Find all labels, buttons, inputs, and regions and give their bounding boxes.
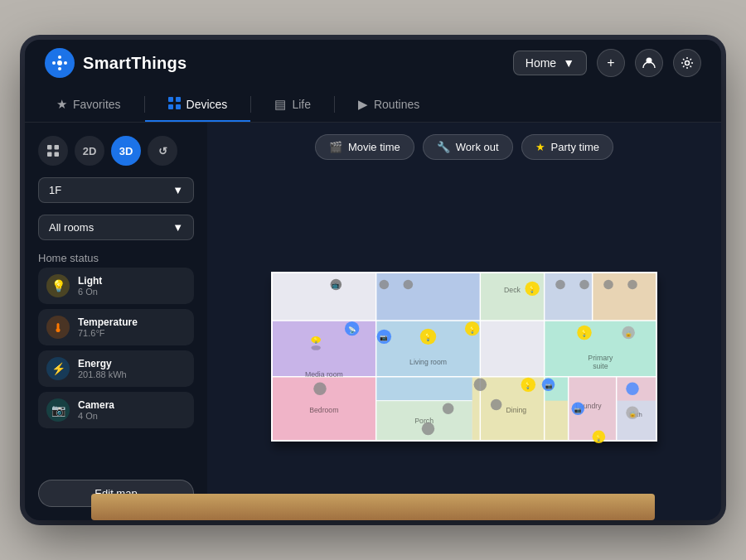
svg-point-80 <box>313 382 326 394</box>
light-status-info: Light 6 On <box>78 275 102 297</box>
temp-name: Temperature <box>78 316 138 328</box>
svg-rect-25 <box>480 273 544 321</box>
svg-point-2 <box>58 56 61 59</box>
svg-point-64 <box>603 279 613 289</box>
tab-devices[interactable]: Devices <box>145 86 251 122</box>
map-area: 🎬 Movie time 🔧 Work out ★ Party time <box>207 123 721 520</box>
svg-rect-30 <box>617 400 656 440</box>
scene-buttons: 🎬 Movie time 🔧 Work out ★ Party time <box>207 123 721 168</box>
svg-text:💡: 💡 <box>528 285 536 293</box>
room-value: All rooms <box>49 221 94 234</box>
energy-status-info: Energy 201.88 kWh <box>78 358 127 379</box>
history-view-button[interactable]: ↺ <box>148 136 177 166</box>
svg-point-3 <box>64 61 67 65</box>
profile-button[interactable] <box>635 49 663 77</box>
svg-text:📷: 📷 <box>380 333 388 341</box>
svg-point-62 <box>555 279 565 289</box>
home-status-label: Home status <box>38 252 194 264</box>
svg-rect-26 <box>545 273 593 321</box>
svg-text:🔒: 🔒 <box>625 330 632 337</box>
scene-workout-button[interactable]: 🔧 Work out <box>423 134 513 160</box>
home-status-section: Home status 💡 Light 6 On <box>38 252 194 428</box>
3d-view-button[interactable]: 3D <box>111 136 141 166</box>
svg-rect-11 <box>176 104 181 109</box>
sidebar: 2D 3D ↺ 1F ▼ All rooms ▼ Home <box>25 123 207 520</box>
add-button[interactable]: + <box>597 49 625 77</box>
light-status-icon: 💡 <box>46 274 70 297</box>
svg-point-61 <box>404 279 414 289</box>
room-selector[interactable]: All rooms ▼ <box>38 215 194 240</box>
favorites-icon: ★ <box>56 97 67 112</box>
svg-text:suite: suite <box>593 362 608 370</box>
status-item-energy[interactable]: ⚡ Energy 201.88 kWh <box>38 350 194 387</box>
svg-text:📷: 📷 <box>545 382 553 389</box>
svg-point-1 <box>57 60 62 65</box>
settings-button[interactable] <box>673 49 701 77</box>
svg-text:💡: 💡 <box>595 434 603 442</box>
energy-name: Energy <box>78 358 127 369</box>
svg-text:🔒: 🔒 <box>629 410 637 418</box>
home-chevron-icon: ▼ <box>563 56 574 70</box>
tab-favorites-label: Favorites <box>73 98 121 111</box>
logo-area: SmartThings <box>45 48 513 78</box>
status-item-light[interactable]: 💡 Light 6 On <box>38 268 194 304</box>
svg-text:Living room: Living room <box>409 358 447 366</box>
tab-favorites[interactable]: ★ Favorites <box>33 86 144 122</box>
svg-point-5 <box>52 61 56 65</box>
svg-point-81 <box>443 403 454 414</box>
svg-text:Primary: Primary <box>588 354 613 362</box>
tab-devices-label: Devices <box>186 98 228 111</box>
light-value: 6 On <box>78 287 102 297</box>
svg-point-65 <box>627 279 637 289</box>
svg-rect-24 <box>376 273 481 321</box>
home-label: Home <box>526 56 556 70</box>
smartthings-logo-icon <box>45 48 75 78</box>
status-item-temperature[interactable]: Temperature 71.6°F <box>38 309 194 345</box>
tab-life[interactable]: ▤ Life <box>251 86 334 122</box>
top-bar: SmartThings Home ▼ + <box>25 40 721 86</box>
grid-view-button[interactable] <box>38 136 68 166</box>
svg-text:Media room: Media room <box>305 369 343 378</box>
svg-point-7 <box>685 61 690 65</box>
scene-party-button[interactable]: ★ Party time <box>521 134 614 160</box>
workout-icon: 🔧 <box>437 141 450 153</box>
svg-text:Bedroom: Bedroom <box>309 406 338 414</box>
nav-tabs: ★ Favorites Devices ▤ Life ▶ Routines <box>25 86 721 123</box>
2d-view-button[interactable]: 2D <box>75 136 104 166</box>
svg-text:💡: 💡 <box>312 336 320 344</box>
room-chevron-icon: ▼ <box>172 221 183 234</box>
svg-text:💡: 💡 <box>468 325 477 333</box>
camera-status-info: Camera 4 On <box>78 399 114 421</box>
floor-plan-container: Media room Living room Bedroom Porch Din… <box>207 168 721 520</box>
party-label: Party time <box>551 141 600 153</box>
movie-label: Movie time <box>348 141 400 153</box>
tv-frame: SmartThings Home ▼ + <box>25 40 721 520</box>
energy-status-icon: ⚡ <box>46 357 70 380</box>
top-controls: Home ▼ + <box>513 49 701 77</box>
svg-point-51 <box>311 345 321 350</box>
svg-text:Deck: Deck <box>504 286 521 294</box>
svg-rect-14 <box>47 152 52 157</box>
light-name: Light <box>78 275 102 287</box>
workout-label: Work out <box>456 141 499 153</box>
svg-point-4 <box>58 67 61 70</box>
status-item-camera[interactable]: 📷 Camera 4 On <box>38 392 194 428</box>
view-controls: 2D 3D ↺ <box>38 136 194 166</box>
status-items-list: 💡 Light 6 On <box>38 268 194 428</box>
tab-routines-label: Routines <box>374 98 419 111</box>
temp-value: 71.6°F <box>78 328 138 338</box>
svg-text:📡: 📡 <box>348 325 356 333</box>
tab-routines[interactable]: ▶ Routines <box>335 86 443 122</box>
svg-rect-15 <box>55 152 60 157</box>
floor-plan-svg: Media room Living room Bedroom Porch Din… <box>224 196 705 494</box>
svg-point-78 <box>474 378 487 390</box>
home-selector[interactable]: Home ▼ <box>513 51 587 75</box>
scene-movie-button[interactable]: 🎬 Movie time <box>315 134 414 160</box>
svg-point-60 <box>380 279 390 289</box>
svg-point-83 <box>626 382 638 394</box>
movie-icon: 🎬 <box>329 141 342 153</box>
app-name: SmartThings <box>83 54 187 73</box>
svg-rect-28 <box>593 273 656 321</box>
floor-selector[interactable]: 1F ▼ <box>38 177 194 203</box>
svg-text:📺: 📺 <box>332 281 340 289</box>
